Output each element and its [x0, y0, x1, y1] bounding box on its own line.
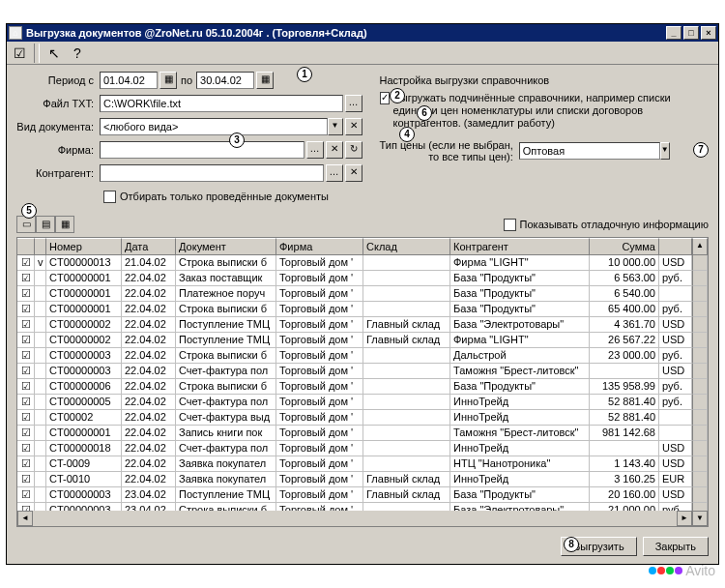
col-sklad[interactable]: Склад: [363, 238, 450, 255]
row-checkbox[interactable]: ☑: [17, 317, 35, 333]
table-row[interactable]: ☑CT0000222.04.02Счет-фактура выдТорговый…: [17, 410, 708, 426]
row-checkbox[interactable]: ☑: [17, 302, 35, 317]
row-checkbox[interactable]: ☑: [17, 348, 35, 364]
help-icon[interactable]: ?: [67, 44, 88, 63]
col-v[interactable]: [35, 238, 46, 255]
vscroll-track[interactable]: [692, 456, 708, 472]
col-currency[interactable]: [659, 238, 692, 255]
table-row[interactable]: ☑CT0000000522.04.02Счет-фактура полТорго…: [17, 395, 708, 410]
hscroll-left[interactable]: ◄: [17, 511, 33, 526]
kontr-browse-button[interactable]: …: [326, 164, 343, 182]
vscroll-track[interactable]: [692, 395, 708, 410]
col-date[interactable]: Дата: [122, 238, 176, 255]
hscroll-right[interactable]: ►: [677, 511, 692, 526]
table-row[interactable]: ☑CT0000000322.04.02Строка выписки бТорго…: [17, 348, 708, 364]
select-all-icon[interactable]: ☑: [9, 44, 30, 63]
table-row[interactable]: ☑CT0000000622.04.02Строка выписки бТорго…: [17, 379, 708, 395]
row-checkbox[interactable]: ☑: [17, 271, 35, 286]
col-check[interactable]: [17, 238, 35, 255]
close-button[interactable]: Закрыть: [643, 537, 709, 556]
row-checkbox[interactable]: ☑: [17, 379, 35, 395]
table-row[interactable]: ☑CT0000000322.04.02Счет-фактура полТорго…: [17, 364, 708, 379]
vscroll-track[interactable]: [692, 286, 708, 302]
col-document[interactable]: Документ: [176, 238, 276, 255]
doc-type-dropdown-icon[interactable]: ▼: [328, 118, 343, 135]
table-row[interactable]: ☑vCT0000001321.04.02Строка выписки бТорг…: [17, 255, 708, 271]
clear-kontr-button[interactable]: ✕: [345, 164, 362, 182]
row-checkbox[interactable]: ☑: [17, 286, 35, 302]
browse-file-button[interactable]: …: [345, 95, 362, 112]
table-row[interactable]: ☑CT0000000323.04.02Поступление ТМЦТоргов…: [17, 487, 708, 503]
table-row[interactable]: ☑CT0000000222.04.02Поступление ТМЦТоргов…: [17, 333, 708, 348]
price-type-dropdown-icon[interactable]: ▼: [660, 142, 670, 160]
show-debug-checkbox[interactable]: [504, 219, 516, 231]
vscroll-track[interactable]: [692, 487, 708, 503]
row-checkbox[interactable]: ☑: [17, 364, 35, 379]
vscroll-track[interactable]: [692, 503, 708, 511]
row-checkbox[interactable]: ☑: [17, 441, 35, 456]
vscroll-track[interactable]: [692, 255, 708, 271]
table-row[interactable]: ☑CT0000000122.04.02Строка выписки бТорго…: [17, 302, 708, 317]
vscroll-up[interactable]: ▲: [692, 238, 708, 255]
table-row[interactable]: ☑CT0000000122.04.02Заказ поставщикТоргов…: [17, 271, 708, 286]
calendar-from-icon[interactable]: ▦: [160, 72, 177, 89]
table-row[interactable]: ☑CT0000001822.04.02Счет-фактура полТорго…: [17, 441, 708, 456]
close-window-button[interactable]: ×: [701, 26, 716, 40]
firma-browse-button[interactable]: …: [306, 141, 324, 159]
vscroll-track[interactable]: [692, 317, 708, 333]
minimize-button[interactable]: _: [666, 26, 682, 40]
table-row[interactable]: ☑CT-001022.04.02Заявка покупателТорговый…: [17, 472, 708, 487]
firma-input[interactable]: [100, 141, 304, 159]
vscroll-track[interactable]: [692, 302, 708, 317]
table-row[interactable]: ☑CT0000000122.04.02Запись книги покТорго…: [17, 426, 708, 441]
row-checkbox[interactable]: ☑: [17, 472, 35, 487]
vscroll-track[interactable]: [692, 379, 708, 395]
vscroll-down[interactable]: ▼: [692, 511, 708, 526]
table-row[interactable]: ☑CT0000000222.04.02Поступление ТМЦТоргов…: [17, 317, 708, 333]
hscrollbar[interactable]: ◄ ► ▼: [17, 511, 708, 526]
table-row[interactable]: ☑CT0000000122.04.02Платежное поручТоргов…: [17, 286, 708, 302]
period-to-input[interactable]: [196, 72, 254, 89]
period-from-input[interactable]: [100, 72, 158, 89]
vscroll-track[interactable]: [692, 333, 708, 348]
view-mode-3[interactable]: ▦: [55, 216, 74, 233]
calendar-to-icon[interactable]: ▦: [256, 72, 274, 89]
row-checkbox[interactable]: ☑: [17, 487, 35, 503]
row-checkbox[interactable]: ☑: [17, 456, 35, 472]
maximize-button[interactable]: □: [683, 26, 699, 40]
vscroll-track[interactable]: [692, 271, 708, 286]
table-row[interactable]: ☑CT0000000323.04.02Строка выписки бТорго…: [17, 503, 708, 511]
cursor-icon[interactable]: ↖: [44, 44, 65, 63]
vscroll-track[interactable]: [692, 472, 708, 487]
vscroll-track[interactable]: [692, 410, 708, 426]
vscroll-track[interactable]: [692, 426, 708, 441]
view-mode-2[interactable]: ▤: [36, 216, 55, 233]
col-kontragent[interactable]: Контрагент: [450, 238, 590, 255]
row-checkbox[interactable]: ☑: [17, 410, 35, 426]
clear-doc-type-button[interactable]: ✕: [345, 118, 362, 135]
row-checkbox[interactable]: ☑: [17, 255, 35, 271]
vscroll-track[interactable]: [692, 364, 708, 379]
col-firma[interactable]: Фирма: [276, 238, 363, 255]
file-path-input[interactable]: [100, 95, 343, 112]
vscroll-track[interactable]: [692, 441, 708, 456]
table-row[interactable]: ☑CT-000922.04.02Заявка покупателТорговый…: [17, 456, 708, 472]
price-type-combo[interactable]: [519, 142, 660, 160]
doc-type-combo[interactable]: [100, 118, 328, 135]
only-posted-checkbox[interactable]: [103, 191, 116, 203]
row-date: 22.04.02: [122, 410, 176, 426]
row-checkbox[interactable]: ☑: [17, 333, 35, 348]
row-checkbox[interactable]: ☑: [17, 503, 35, 511]
kontr-input[interactable]: [100, 164, 324, 182]
row-firma: Торговый дом ': [276, 472, 363, 487]
titlebar[interactable]: ⌂ Выгрузка документов @ZroNet.ru 05.10.2…: [7, 24, 718, 42]
refresh-button[interactable]: ↻: [345, 141, 362, 159]
col-number[interactable]: Номер: [46, 238, 122, 255]
vscroll-track[interactable]: [692, 348, 708, 364]
clear-firma-button[interactable]: ✕: [326, 141, 343, 159]
row-sum: [590, 441, 659, 456]
row-checkbox[interactable]: ☑: [17, 426, 35, 441]
export-sub-checkbox[interactable]: ✓: [380, 92, 390, 104]
row-checkbox[interactable]: ☑: [17, 395, 35, 410]
col-sum[interactable]: Сумма: [590, 238, 659, 255]
